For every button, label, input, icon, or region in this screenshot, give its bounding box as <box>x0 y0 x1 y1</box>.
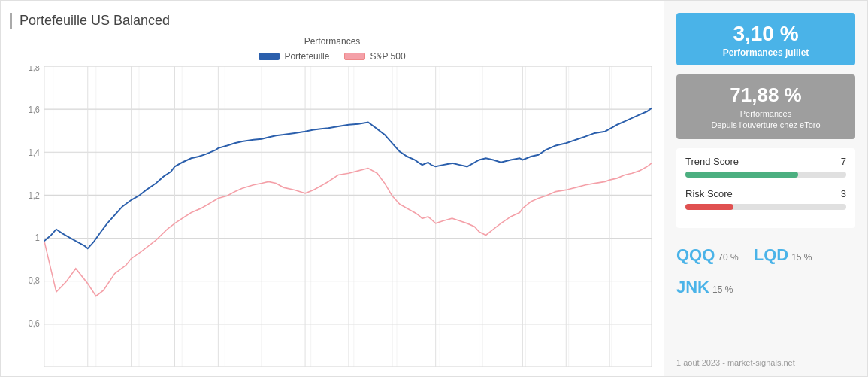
trend-score-value: 7 <box>841 156 846 167</box>
ticker-lqd: LQD <box>754 240 788 270</box>
footer-note: 1 août 2023 - market-signals.net <box>676 358 855 367</box>
svg-text:0,6: 0,6 <box>29 318 40 328</box>
svg-text:1: 1 <box>35 233 40 243</box>
right-panel: 3,10 % Performances juillet 71,88 % Perf… <box>664 1 867 376</box>
trend-score-bar-fill <box>685 172 798 178</box>
perf-july-label: Performances juillet <box>682 47 849 58</box>
legend-portefeuille: Portefeuille <box>259 51 329 62</box>
ticker-qqq-pct: 70 % <box>718 250 738 266</box>
svg-text:1,8: 1,8 <box>29 66 40 72</box>
tickers-row-1: QQQ 70 % LQD 15 % <box>676 240 855 270</box>
tickers-row-2: JNK 15 % <box>676 272 855 303</box>
trend-score-bar-bg <box>685 172 846 178</box>
legend-sp500: S&P 500 <box>344 51 405 62</box>
legend-portefeuille-label: Portefeuille <box>284 51 329 62</box>
perf-etoro-label: PerformancesDepuis l'ouverture chez eTor… <box>682 108 849 132</box>
perf-july-card: 3,10 % Performances juillet <box>676 13 855 65</box>
ticker-jnk-pct: 15 % <box>712 282 733 299</box>
risk-score-row: Risk Score 3 <box>685 188 846 199</box>
ticker-qqq: QQQ <box>676 240 715 270</box>
trend-score-row: Trend Score 7 <box>685 156 846 167</box>
legend-portefeuille-color <box>259 53 280 60</box>
page-title: Portefeuille US Balanced <box>10 13 655 29</box>
risk-score-bar-fill <box>685 204 733 210</box>
performance-chart: 1,8 1,6 1,4 1,2 1 0,8 0,6 <box>10 66 655 367</box>
risk-score-value: 3 <box>841 188 846 199</box>
ticker-lqd-pct: 15 % <box>791 250 812 266</box>
chart-legend: Portefeuille S&P 500 <box>10 51 655 62</box>
perf-etoro-card: 71,88 % PerformancesDepuis l'ouverture c… <box>676 74 855 139</box>
tickers-section: QQQ 70 % LQD 15 % JNK 15 % <box>676 237 855 309</box>
chart-title: Performances <box>10 36 655 47</box>
trend-score-label: Trend Score <box>685 156 739 167</box>
svg-text:0,8: 0,8 <box>29 275 40 285</box>
risk-score-label: Risk Score <box>685 188 733 199</box>
perf-etoro-value: 71,88 % <box>682 84 849 107</box>
svg-text:1,2: 1,2 <box>29 190 40 200</box>
risk-score-bar-bg <box>685 204 846 210</box>
svg-rect-0 <box>44 66 652 367</box>
chart-area: 1,8 1,6 1,4 1,2 1 0,8 0,6 <box>10 66 655 367</box>
perf-july-value: 3,10 % <box>682 22 849 46</box>
svg-text:1,4: 1,4 <box>29 147 41 157</box>
chart-panel: Portefeuille US Balanced Performances Po… <box>1 1 664 376</box>
svg-text:1,6: 1,6 <box>29 105 40 115</box>
legend-sp500-label: S&P 500 <box>370 51 405 62</box>
scores-section: Trend Score 7 Risk Score 3 <box>676 148 855 228</box>
ticker-jnk: JNK <box>676 272 709 303</box>
legend-sp500-color <box>344 53 365 60</box>
